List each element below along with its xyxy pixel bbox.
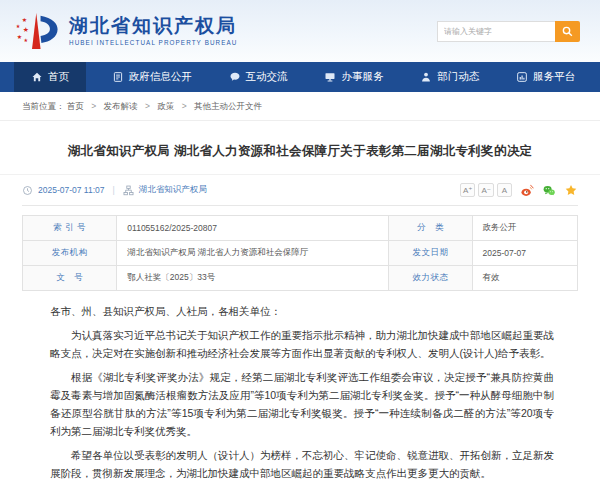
breadcrumb-item-home[interactable]: 首页 [67,101,84,111]
svg-text:★: ★ [23,26,29,33]
article-meta-right: A⁺ A⁻ A [457,183,578,197]
logo-emblem-icon: ★ ★ ★ ★ ★ [15,10,61,52]
nav-item-services[interactable]: 办事服务 [313,62,394,92]
search-box [437,21,580,42]
document-icon [112,71,124,83]
breadcrumb: 当前位置： 首页 > 发布解读 > 政策 > 其他主动公开文件 [0,92,600,121]
svg-text:★: ★ [22,17,27,23]
validity-status-label: 效力状态 [389,266,472,291]
chat-icon [229,71,241,83]
breadcrumb-item-policy[interactable]: 政策 [157,101,174,111]
breadcrumb-separator: > [182,101,187,111]
salutation: 各市、州、县知识产权局、人社局，各相关单位： [50,302,554,320]
nav-item-label: 服务平台 [533,70,575,84]
category-value: 政务公开 [472,216,577,241]
site-logo: ★ ★ ★ ★ ★ 湖北省知识产权局 HUBEI INTELLECTUAL PR… [15,10,238,52]
home-icon [31,71,43,83]
doc-number-value: 鄂人社奖〔2025〕33号 [117,266,389,291]
issuing-agency-label: 发布机构 [23,241,117,266]
nav-item-department-news[interactable]: 部门动态 [409,62,490,92]
logo-text: 湖北省知识产权局 HUBEI INTELLECTUAL PROPERTY BUR… [69,16,238,46]
validity-status-value: 有效 [472,266,577,291]
svg-text:★: ★ [16,23,21,29]
table-row: 发布机构 湖北省知识产权局 湖北省人力资源和社会保障厅 发文日期 2025-07… [23,241,578,266]
body-paragraph: 为认真落实习近平总书记关于知识产权工作的重要指示批示精神，助力湖北加快建成中部地… [50,326,554,362]
favorite-star-icon[interactable] [564,184,578,197]
table-row: 索 引 号 011055162/2025-20807 分 类 政务公开 [23,216,578,241]
site-header: ★ ★ ★ ★ ★ 湖北省知识产权局 HUBEI INTELLECTUAL PR… [0,0,600,62]
platform-icon [516,71,528,83]
table-row: 文 号 鄂人社奖〔2025〕33号 效力状态 有效 [23,266,578,291]
nav-item-label: 部门动态 [437,70,479,84]
nav-item-label: 政府信息公开 [129,70,192,84]
breadcrumb-separator: > [145,101,150,111]
index-number-value: 011055162/2025-20807 [117,216,389,241]
nav-item-gov-info[interactable]: 政府信息公开 [101,62,203,92]
nav-item-label: 首页 [48,70,69,84]
breadcrumb-item-release[interactable]: 发布解读 [104,101,138,111]
doc-number-label: 文 号 [23,266,117,291]
article-meta: 2025-07-07 11:07 | 湖北省知识产权局 A⁺ A⁻ A [22,175,578,206]
body-paragraph: 希望各单位以受表彰的发明人（设计人）为榜样，不忘初心、牢记使命、锐意进取、开拓创… [50,446,554,482]
clock-icon [22,185,33,196]
weibo-share-icon[interactable] [520,184,534,197]
font-size-increase-button[interactable]: A⁺ [460,183,476,197]
person-icon [420,71,432,83]
index-number-label: 索 引 号 [23,216,117,241]
site-title-en: HUBEI INTELLECTUAL PROPERTY BUREAU [69,39,238,46]
search-input[interactable] [437,21,555,42]
svg-text:★: ★ [17,34,22,40]
site-title: 湖北省知识产权局 [69,16,238,37]
issuing-agency-value: 湖北省知识产权局 湖北省人力资源和社会保障厅 [117,241,389,266]
breadcrumb-prefix: 当前位置： [22,101,65,111]
monitor-icon [324,71,336,83]
article-source: 湖北省知识产权局 [139,184,207,196]
document-body: 各市、州、县知识产权局、人社局，各相关单位： 为认真落实习近平总书记关于知识产权… [50,302,554,482]
category-label: 分 类 [389,216,472,241]
nav-item-home[interactable]: 首页 [14,62,86,92]
source-icon [123,185,134,196]
search-button[interactable] [555,21,580,42]
meta-divider: | [112,185,114,195]
wechat-share-icon[interactable] [542,184,556,197]
body-paragraph: 根据《湖北专利奖评奖办法》规定，经第二届湖北专利奖评选工作组委会审议，决定授予“… [50,368,554,440]
nav-item-interaction[interactable]: 互动交流 [218,62,299,92]
publish-time: 2025-07-07 11:07 [38,185,104,195]
document-info-table: 索 引 号 011055162/2025-20807 分 类 政务公开 发布机构… [22,215,578,291]
issue-date-label: 发文日期 [389,241,472,266]
main-nav: 首页 政府信息公开 互动交流 办事服务 [0,62,600,92]
breadcrumb-item-other-docs[interactable]: 其他主动公开文件 [194,101,262,111]
nav-item-platform[interactable]: 服务平台 [505,62,586,92]
nav-item-label: 互动交流 [246,70,288,84]
nav-item-label: 办事服务 [341,70,383,84]
issue-date-value: 2025-07-07 [472,241,577,266]
breadcrumb-separator: > [91,101,96,111]
page-title: 湖北省知识产权局 湖北省人力资源和社会保障厅关于表彰第二届湖北专利奖的决定 [0,121,600,175]
article-meta-left: 2025-07-07 11:07 | 湖北省知识产权局 [22,184,207,196]
svg-text:★: ★ [24,37,29,43]
font-size-decrease-button[interactable]: A⁻ [478,183,494,197]
font-size-default-button[interactable]: A [497,183,512,197]
search-icon [561,25,574,38]
